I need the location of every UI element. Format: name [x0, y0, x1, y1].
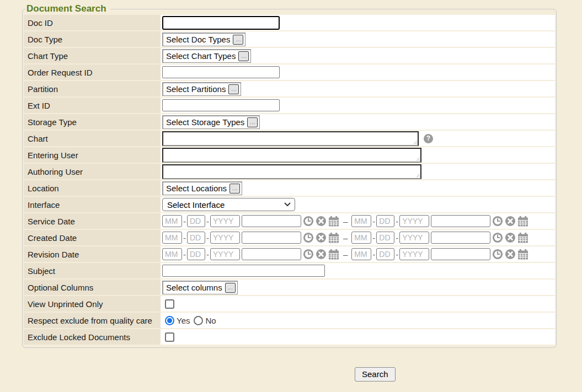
order-request-id-input[interactable]	[162, 66, 280, 78]
partition-browse-button[interactable]: ...	[228, 84, 239, 94]
month-input[interactable]	[162, 248, 182, 260]
row-revision-date: Revision Date - - – -	[24, 246, 555, 262]
optional-columns-browse-button[interactable]: ...	[225, 283, 236, 293]
clear-icon[interactable]	[505, 216, 516, 227]
chart-textarea[interactable]	[162, 131, 419, 146]
doc-type-label: Doc Type	[24, 31, 161, 47]
time-input[interactable]	[431, 215, 490, 227]
calendar-icon[interactable]	[328, 232, 339, 243]
clock-icon[interactable]	[492, 216, 503, 227]
clock-icon[interactable]	[303, 249, 314, 260]
service-date-range: - - – - -	[162, 215, 528, 227]
day-input[interactable]	[376, 232, 394, 244]
clear-icon[interactable]	[316, 216, 327, 227]
radio-yes[interactable]	[165, 316, 174, 325]
calendar-icon[interactable]	[328, 216, 339, 227]
resize-grip-icon[interactable]	[412, 139, 417, 144]
radio-no[interactable]	[194, 316, 203, 325]
chart-type-label: Chart Type	[24, 48, 161, 63]
row-doc-id: Doc ID	[24, 15, 555, 30]
help-icon[interactable]: ?	[424, 134, 433, 143]
month-input[interactable]	[351, 232, 371, 244]
year-input[interactable]	[399, 232, 429, 244]
month-input[interactable]	[162, 232, 182, 244]
day-input[interactable]	[187, 232, 205, 244]
clock-icon[interactable]	[492, 232, 503, 243]
respect-exclude-label: Respect exclude from quality care	[24, 313, 161, 328]
optional-columns-picker[interactable]: Select columns ...	[162, 281, 238, 294]
doc-type-picker[interactable]: Select Doc Types ...	[162, 33, 245, 46]
optional-columns-label: Optional Columns	[24, 280, 161, 295]
day-input[interactable]	[376, 248, 394, 260]
clear-icon[interactable]	[505, 232, 516, 243]
doc-id-label: Doc ID	[24, 15, 161, 30]
ext-id-input[interactable]	[162, 99, 280, 111]
clock-icon[interactable]	[303, 216, 314, 227]
calendar-icon[interactable]	[517, 249, 528, 260]
storage-type-picker[interactable]: Select Storage Types ...	[162, 115, 260, 129]
document-search-form: Document Search Doc ID Doc Type Select D…	[22, 3, 557, 348]
created-date-label: Created Date	[24, 230, 161, 245]
location-browse-button[interactable]: ...	[229, 184, 240, 194]
calendar-icon[interactable]	[328, 249, 339, 260]
time-input[interactable]	[242, 232, 301, 244]
doc-type-browse-button[interactable]: ...	[233, 35, 243, 45]
month-input[interactable]	[351, 215, 371, 227]
date-separator: -	[183, 217, 186, 226]
month-input[interactable]	[162, 215, 182, 227]
search-button[interactable]: Search	[355, 367, 396, 382]
chart-type-browse-button[interactable]: ...	[238, 51, 249, 61]
year-input[interactable]	[399, 248, 429, 260]
form-legend: Document Search	[25, 3, 110, 14]
year-input[interactable]	[210, 248, 240, 260]
document-search-fieldset: Document Search Doc ID Doc Type Select D…	[22, 3, 557, 348]
authoring-user-textarea[interactable]	[162, 164, 421, 179]
doc-type-picker-text: Select Doc Types	[166, 35, 230, 44]
row-optional-columns: Optional Columns Select columns ...	[24, 280, 555, 295]
day-input[interactable]	[187, 248, 205, 260]
clock-icon[interactable]	[303, 232, 314, 243]
time-input[interactable]	[431, 232, 490, 244]
clear-icon[interactable]	[316, 249, 327, 260]
time-input[interactable]	[242, 248, 301, 260]
row-chart-type: Chart Type Select Chart Types ...	[24, 48, 555, 63]
year-input[interactable]	[210, 215, 240, 227]
view-unprinted-only-checkbox[interactable]	[165, 299, 174, 309]
year-input[interactable]	[210, 232, 240, 244]
resize-grip-icon[interactable]	[415, 156, 420, 161]
storage-type-browse-button[interactable]: ...	[247, 117, 258, 127]
date-separator: -	[183, 250, 186, 259]
chart-label: Chart	[24, 131, 161, 146]
entering-user-textarea[interactable]	[162, 148, 421, 163]
calendar-icon[interactable]	[517, 232, 528, 243]
row-storage-type: Storage Type Select Storage Types ...	[24, 114, 555, 130]
exclude-locked-checkbox[interactable]	[165, 332, 174, 342]
day-input[interactable]	[187, 215, 205, 227]
interface-select[interactable]: Select Interface	[162, 198, 295, 211]
partition-picker[interactable]: Select Partitions ...	[162, 82, 241, 96]
year-input[interactable]	[399, 215, 429, 227]
date-separator: -	[396, 233, 398, 243]
row-partition: Partition Select Partitions ...	[24, 81, 555, 96]
location-label: Location	[24, 180, 161, 196]
clear-icon[interactable]	[316, 232, 327, 243]
doc-id-input[interactable]	[162, 16, 280, 30]
subject-input[interactable]	[162, 265, 325, 277]
time-input[interactable]	[431, 248, 490, 260]
location-picker[interactable]: Select Locations ...	[162, 181, 242, 195]
date-separator: -	[183, 233, 186, 243]
chart-type-picker-text: Select Chart Types	[166, 51, 236, 61]
resize-grip-icon[interactable]	[415, 173, 420, 178]
month-input[interactable]	[351, 248, 371, 260]
clear-icon[interactable]	[505, 249, 516, 260]
view-unprinted-only-label: View Unprinted Only	[24, 296, 161, 312]
chart-type-picker[interactable]: Select Chart Types ...	[162, 49, 251, 63]
time-input[interactable]	[242, 215, 301, 227]
clock-icon[interactable]	[492, 249, 503, 260]
authoring-user-label: Authoring User	[24, 164, 161, 179]
day-input[interactable]	[376, 215, 394, 227]
calendar-icon[interactable]	[517, 216, 528, 227]
row-service-date: Service Date - - – -	[24, 213, 555, 229]
date-separator: -	[372, 217, 375, 226]
optional-columns-picker-text: Select columns	[166, 283, 222, 292]
